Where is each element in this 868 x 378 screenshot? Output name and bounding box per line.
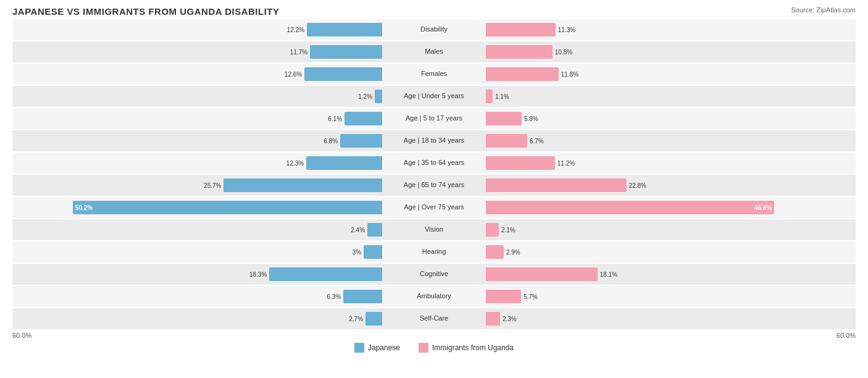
bar-right-value: 11.8% [561, 71, 578, 78]
left-side: 6.1% [12, 108, 385, 129]
bar-right-value: 5.8% [524, 116, 538, 122]
bar-blue [304, 67, 382, 81]
bar-blue [340, 134, 382, 148]
legend-japanese-label: Japanese [368, 343, 400, 352]
bar-pink [486, 45, 553, 59]
scale-left: 60.0% [12, 332, 31, 339]
bar-row: 50.2% Age | Over 75 years 46.8% [12, 197, 856, 218]
left-side: 25.7% [12, 175, 385, 196]
left-side: 12.2% [12, 19, 385, 40]
bar-blue [364, 245, 382, 259]
bar-row: 3% Hearing 2.9% [12, 242, 856, 262]
legend-japanese-box [354, 343, 364, 353]
right-side: 18.1% [483, 264, 856, 285]
bar-right-value: 22.8% [629, 182, 646, 189]
bar-left-value: 3% [353, 249, 361, 256]
left-side: 2.7% [12, 308, 385, 329]
left-side: 1.2% [12, 86, 385, 107]
bar-left-value: 2.7% [349, 316, 363, 322]
bar-pink [486, 90, 493, 103]
center-label: Females [385, 70, 483, 78]
bar-pink [486, 67, 559, 81]
bar-right-value: 2.9% [506, 249, 520, 256]
center-label: Vision [385, 225, 483, 233]
bar-left-value: 18.3% [249, 271, 267, 278]
bar-left-value: 12.2% [287, 27, 304, 33]
bar-blue [269, 267, 382, 281]
bar-pink [486, 112, 522, 125]
bar-row: 6.8% Age | 18 to 34 years 6.7% [12, 130, 856, 151]
left-side: 6.3% [12, 286, 385, 307]
bar-blue [343, 290, 382, 303]
legend-uganda: Immigrants from Uganda [419, 343, 514, 353]
bar-blue [367, 223, 382, 237]
left-side: 12.3% [12, 153, 385, 174]
bar-left-value: 25.7% [204, 182, 221, 189]
bar-blue [344, 112, 382, 125]
legend-uganda-label: Immigrants from Uganda [432, 343, 514, 352]
right-side: 11.8% [483, 64, 856, 85]
bar-blue: 50.2% [73, 201, 382, 214]
bar-blue [223, 178, 382, 192]
bar-pink [486, 156, 555, 170]
right-side: 2.1% [483, 219, 856, 240]
bar-left-value: 50.2% [73, 204, 95, 211]
right-side: 10.8% [483, 41, 856, 62]
bar-row: 12.2% Disability 11.3% [12, 19, 856, 40]
bar-left-value: 6.8% [323, 138, 338, 145]
bar-right-value: 2.1% [501, 227, 515, 233]
bar-pink [486, 134, 527, 148]
bar-pink [486, 267, 598, 281]
bar-row: 11.7% Males 10.8% [12, 41, 856, 62]
legend-japanese: Japanese [354, 343, 400, 353]
right-side: 11.3% [483, 19, 856, 40]
center-label: Males [385, 48, 483, 56]
left-side: 2.4% [12, 219, 385, 240]
bar-left-value: 1.2% [358, 93, 372, 100]
bar-pink [486, 245, 504, 259]
bar-left-value: 12.6% [285, 71, 302, 78]
chart-area: 12.2% Disability 11.3% 11.7% Males 10.8%… [12, 19, 856, 338]
bar-row: 25.7% Age | 65 to 74 years 22.8% [12, 175, 856, 196]
legend: Japanese Immigrants from Uganda [12, 343, 856, 353]
bar-row: 6.1% Age | 5 to 17 years 5.8% [12, 108, 856, 129]
bar-right-value: 6.7% [530, 138, 544, 145]
left-side: 12.6% [12, 64, 385, 85]
legend-uganda-box [419, 343, 428, 353]
chart-source: Source: ZipAtlas.com [791, 6, 856, 14]
bar-left-value: 2.4% [351, 227, 365, 233]
bar-row: 2.7% Self-Care 2.3% [12, 308, 856, 329]
bar-right-value: 18.1% [600, 271, 617, 278]
center-label: Disability [385, 25, 483, 33]
right-side: 11.2% [483, 153, 856, 174]
bar-left-value: 6.3% [327, 293, 341, 300]
chart-title: JAPANESE VS IMMIGRANTS FROM UGANDA DISAB… [12, 6, 856, 17]
bars-wrapper: 12.2% Disability 11.3% 11.7% Males 10.8%… [12, 19, 856, 330]
left-side: 3% [12, 242, 385, 262]
center-label: Age | 65 to 74 years [385, 181, 483, 189]
bar-left-value: 12.3% [286, 160, 304, 167]
bar-right-value: 10.8% [555, 49, 572, 56]
center-label: Cognitive [385, 270, 483, 278]
bar-left-value: 11.7% [290, 49, 307, 56]
bar-pink: 46.8% [486, 201, 774, 214]
left-side: 6.8% [12, 130, 385, 151]
right-side: 22.8% [483, 175, 856, 196]
center-label: Ambulatory [385, 292, 483, 300]
bar-row: 12.6% Females 11.8% [12, 64, 856, 85]
bar-blue [306, 156, 382, 170]
bar-blue [307, 23, 382, 36]
bar-blue [310, 45, 382, 59]
scale-right: 60.0% [837, 332, 856, 339]
bar-pink [486, 312, 500, 326]
scale-labels: 60.0% 60.0% [12, 332, 856, 339]
bar-right-value: 11.3% [558, 27, 575, 33]
right-side: 6.7% [483, 130, 856, 151]
right-side: 46.8% [483, 197, 856, 218]
center-label: Age | Over 75 years [385, 203, 483, 211]
bar-right-value: 46.8% [752, 204, 774, 211]
bar-row: 2.4% Vision 2.1% [12, 219, 856, 240]
center-label: Age | 18 to 34 years [385, 136, 483, 145]
center-label: Age | Under 5 years [385, 92, 483, 100]
left-side: 18.3% [12, 264, 385, 285]
